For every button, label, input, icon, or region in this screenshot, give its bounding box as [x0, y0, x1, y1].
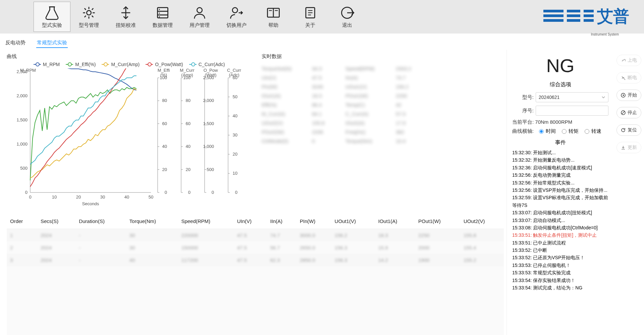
event-item: 15:33:07: 启动自动模式... [512, 217, 608, 224]
svg-text:0: 0 [235, 190, 237, 195]
svg-text:30: 30 [100, 194, 105, 200]
start-button[interactable]: 开始 [616, 90, 641, 101]
page-tabs: 反电动势常规型式实验 [0, 34, 644, 50]
svg-line-107 [622, 111, 625, 114]
about-icon [303, 5, 318, 20]
legend-item[interactable]: M_Curr(Amp) [102, 62, 140, 67]
event-item: 15:32:56: 开始常规型式实验... [512, 179, 608, 186]
toolbar-exit[interactable]: 退出 [329, 2, 366, 32]
brand-logo: 艾普 Instrument System [543, 6, 631, 27]
axis-radio-时间[interactable]: 时间 [539, 128, 556, 134]
model-mgmt-icon [82, 5, 96, 20]
axis-label: 曲线横轴: [512, 128, 534, 134]
model-select[interactable]: 20240621 [536, 92, 608, 102]
legend-item[interactable]: M_RPM [34, 62, 60, 67]
data-mgmt-icon [155, 5, 170, 20]
legend-item[interactable]: O_Pow(Watt) [146, 62, 183, 67]
toolbar-label: 帮助 [268, 22, 278, 29]
axis-radio-转速[interactable]: 转速 [585, 128, 601, 134]
radio-icon [539, 129, 544, 134]
toolbar-user-mgmt[interactable]: 用户管理 [181, 2, 218, 32]
platform-value: 70Nm 8000RPM [535, 119, 572, 125]
event-item: 15:33:51: 已中止测试流程 [512, 239, 608, 246]
platform-label: 当前平台: [512, 119, 534, 125]
stop-button[interactable]: 停止 [616, 107, 641, 118]
table-header: IIn(A) [267, 214, 296, 229]
event-item: 15:33:52: 已中断 [512, 246, 608, 254]
stop-icon [621, 110, 626, 115]
svg-text:Seconds: Seconds [82, 201, 99, 206]
svg-text:500: 500 [20, 166, 28, 171]
tab-normal-test[interactable]: 常规型式实验 [36, 38, 68, 48]
serial-input[interactable] [536, 106, 608, 116]
update-button: 更新 [616, 142, 641, 153]
reset-button[interactable]: 复位 [616, 124, 641, 136]
torque-cal-icon [118, 5, 133, 20]
toolbar-torque-cal[interactable]: 扭矩校准 [107, 2, 144, 32]
toolbar-about[interactable]: 关于 [292, 2, 329, 32]
toolbar-label: 扭矩校准 [116, 22, 136, 29]
table-row[interactable]: 22024-3015000047.556.72650.0156.315.9200… [7, 241, 504, 254]
toolbar-data-mgmt[interactable]: 数据管理 [144, 2, 181, 32]
toolbar-label: 数据管理 [153, 22, 173, 29]
svg-text:2,000: 2,000 [16, 93, 28, 98]
svg-text:80: 80 [186, 98, 191, 103]
axis-radio-转矩[interactable]: 转矩 [562, 128, 579, 134]
curve-section-title: 曲线 [7, 53, 252, 60]
table-row[interactable]: 12024-3022000047.574.73000.0156.218.3225… [7, 229, 504, 242]
event-item: 15:33:07: 启动伺服电机成功[扭矩模式] [512, 209, 608, 216]
toolbar-label: 退出 [342, 22, 352, 29]
svg-text:100: 100 [160, 75, 167, 80]
table-header: Secs(S) [37, 214, 75, 229]
legend-item[interactable]: C_Curr(Adc) [189, 62, 225, 67]
toolbar-label: 型号管理 [79, 22, 99, 29]
svg-text:50: 50 [149, 194, 153, 200]
event-item: 15:33:08: 启动伺服电机成功[CtrlMode=0] [512, 224, 608, 231]
svg-text:20: 20 [162, 167, 167, 172]
svg-text:40: 40 [186, 144, 191, 149]
event-item: 15:33:52: 已还原为VSP开始电压！ [512, 254, 608, 261]
table-header: Order [7, 214, 37, 229]
curve-chart: M_RPM05001,0001,5002,0002,50001020304050… [7, 68, 248, 209]
svg-text:60: 60 [186, 121, 191, 126]
play-icon [621, 93, 626, 98]
table-header: UOut2(V) [460, 214, 504, 229]
toolbar-switch-user[interactable]: 切换用户 [218, 2, 255, 32]
power-on-button: 上电 [616, 55, 641, 66]
tab-back-emf[interactable]: 反电动势 [5, 38, 26, 48]
event-item: 15:32:59: 设置VSP标准电压完成，开始加载前等待7S [512, 194, 608, 209]
svg-text:20: 20 [233, 152, 237, 157]
svg-text:2,500: 2,500 [16, 69, 28, 74]
main-toolbar: 型式实验型号管理扭矩校准数据管理用户管理切换用户帮助关于退出 艾普 Instru… [0, 0, 644, 34]
svg-point-10 [197, 7, 202, 12]
svg-point-11 [232, 7, 237, 12]
power-off-button: 断电 [616, 72, 641, 83]
svg-text:40: 40 [233, 113, 237, 118]
svg-point-1 [87, 10, 91, 15]
event-item: 15:33:53: 已停止伺服电机！ [512, 262, 608, 269]
table-header: UOut1(V) [331, 214, 375, 229]
brand-subtitle: Instrument System [591, 33, 619, 36]
event-item: 15:32:32: 开始测量反电动势... [512, 156, 608, 164]
svg-rect-23 [543, 19, 594, 22]
table-header: Speed(RPM) [178, 214, 233, 229]
svg-text:2,000: 2,000 [203, 98, 214, 103]
toolbar-help[interactable]: 帮助 [255, 2, 292, 32]
download-icon [621, 145, 626, 150]
event-item: 15:33:53: 常规型式实验完成 [512, 269, 608, 276]
table-header: POut1(W) [415, 214, 460, 229]
svg-text:0: 0 [188, 190, 191, 195]
svg-text:0: 0 [29, 194, 31, 200]
radio-icon [585, 129, 589, 134]
svg-text:40: 40 [162, 144, 167, 149]
legend-item[interactable]: M_Effi(%) [66, 62, 96, 67]
type-test-icon [45, 5, 59, 20]
table-row[interactable]: 32024-4011720047.562.32850.0156.314.2190… [7, 254, 504, 266]
svg-rect-21 [543, 10, 594, 12]
toolbar-type-test[interactable]: 型式实验 [34, 2, 70, 32]
svg-rect-25 [580, 6, 584, 24]
switch-user-icon [229, 5, 244, 20]
svg-text:500: 500 [207, 167, 214, 172]
toolbar-model-mgmt[interactable]: 型号管理 [70, 2, 107, 32]
link-icon [621, 58, 626, 63]
